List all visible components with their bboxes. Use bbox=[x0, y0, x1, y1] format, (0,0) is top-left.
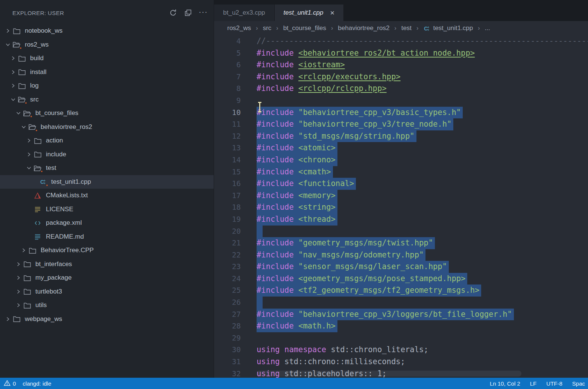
tree-item-turtlebot3[interactable]: turtlebot3 bbox=[0, 285, 214, 299]
code-line-text: #include <cmath> bbox=[257, 166, 333, 178]
explorer-title[interactable]: EXPLORER: USER bbox=[12, 10, 64, 16]
tree-item-README.md[interactable]: README.md bbox=[0, 230, 214, 244]
code-line-23: 23#include "sensor_msgs/msg/laser_scan.h… bbox=[214, 261, 588, 273]
horizontal-scrollbar[interactable] bbox=[257, 371, 521, 377]
code-line-20: 20 bbox=[214, 226, 588, 238]
tree-item-behaviortree_ros2[interactable]: behaviortree_ros2 bbox=[0, 120, 214, 134]
tree-item-label: test_unit1.cpp bbox=[51, 178, 91, 186]
code-line-text: #include "behaviortree_cpp_v3/loggers/bt… bbox=[257, 309, 514, 321]
tree-item-utils[interactable]: utils bbox=[0, 298, 214, 312]
git-modified-dot bbox=[19, 47, 22, 50]
line-number: 8 bbox=[214, 83, 241, 95]
code-token: #include bbox=[257, 167, 294, 176]
tree-item-src[interactable]: src bbox=[0, 93, 214, 107]
code-token bbox=[294, 132, 298, 141]
line-number: 15 bbox=[214, 166, 241, 178]
code-line-text: #include <tf2_geometry_msgs/tf2_geometry… bbox=[257, 285, 481, 297]
code-token bbox=[294, 191, 298, 200]
breadcrumb-item[interactable]: test_unit1.cpp bbox=[433, 24, 473, 32]
tree-item-BehaviorTree.CPP[interactable]: BehaviorTree.CPP bbox=[0, 244, 214, 257]
breadcrumb-item[interactable]: src bbox=[263, 24, 272, 32]
chevron-right-icon bbox=[4, 28, 12, 34]
breadcrumb-separator: › bbox=[276, 25, 278, 32]
code-token bbox=[294, 60, 298, 69]
eol-indicator[interactable]: LF bbox=[530, 380, 537, 387]
tree-item-label: my_package bbox=[35, 274, 71, 282]
tree-item-bt_interfaces[interactable]: bt_interfaces bbox=[0, 257, 214, 271]
chevron-down-icon bbox=[4, 42, 12, 48]
tree-item-ros2_ws[interactable]: ros2_ws bbox=[0, 38, 214, 52]
code-line-22: 22#include "nav_msgs/msg/odometry.hpp" bbox=[214, 249, 588, 261]
tree-item-label: action bbox=[46, 137, 63, 144]
line-number: 23 bbox=[214, 261, 241, 273]
code-token: #include bbox=[257, 155, 294, 164]
line-number: 20 bbox=[214, 226, 241, 238]
line-number: 18 bbox=[214, 201, 241, 213]
breadcrumb-item[interactable]: test bbox=[401, 24, 412, 32]
code-token: <rclcpp/executors.hpp> bbox=[298, 72, 401, 81]
code-line-text: #include <atomic> bbox=[257, 142, 337, 154]
code-token: using bbox=[257, 357, 280, 366]
tree-item-notebook_ws[interactable]: notebook_ws bbox=[0, 24, 214, 38]
tab-test_unit1.cpp[interactable]: test_unit1.cpp× bbox=[275, 5, 344, 21]
code-editor[interactable]: 4//-------------------------------------… bbox=[214, 35, 588, 378]
line-number: 24 bbox=[214, 273, 241, 285]
code-token: #include bbox=[257, 179, 294, 188]
tree-item-LICENSE[interactable]: LICENSE bbox=[0, 203, 214, 216]
tab-bt_u2_ex3.cpp[interactable]: bt_u2_ex3.cpp bbox=[214, 5, 275, 21]
editor-area: bt_u2_ex3.cpptest_unit1.cpp× ros2_ws›src… bbox=[214, 0, 588, 378]
collapse-folders-icon[interactable] bbox=[183, 8, 193, 18]
refresh-icon[interactable] bbox=[168, 8, 178, 18]
folder-icon bbox=[17, 68, 26, 76]
folder-open-icon bbox=[33, 164, 42, 172]
folder-icon bbox=[23, 274, 32, 282]
tree-item-log[interactable]: log bbox=[0, 79, 214, 93]
breadcrumb-item[interactable]: bt_course_files bbox=[283, 24, 326, 32]
tree-item-action[interactable]: action bbox=[0, 134, 214, 148]
breadcrumb: ros2_ws›src›bt_course_files›behaviortree… bbox=[214, 21, 588, 35]
tree-item-test[interactable]: test bbox=[0, 161, 214, 175]
code-line-text bbox=[257, 297, 263, 309]
breadcrumb-item[interactable]: behaviortree_ros2 bbox=[338, 24, 389, 32]
folder-open-icon bbox=[12, 41, 21, 48]
code-line-11: 11#include "behaviortree_cpp_v3/tree_nod… bbox=[214, 118, 588, 130]
tree-item-CMakeLists.txt[interactable]: CMakeLists.txt bbox=[0, 189, 214, 203]
code-token bbox=[294, 167, 298, 176]
cursor-position[interactable]: Ln 10, Col 2 bbox=[490, 380, 520, 387]
code-token bbox=[294, 155, 298, 164]
folder-icon bbox=[33, 151, 42, 158]
breadcrumb-item[interactable]: ros2_ws bbox=[227, 24, 251, 32]
line-number: 11 bbox=[214, 118, 241, 130]
folder-icon bbox=[17, 82, 26, 89]
code-token: #include bbox=[257, 238, 294, 247]
problems-indicator[interactable]: 0 bbox=[4, 380, 16, 387]
tree-item-bt_course_files[interactable]: bt_course_files bbox=[0, 106, 214, 120]
code-token: #include bbox=[257, 215, 294, 224]
tree-item-webpage_ws[interactable]: webpage_ws bbox=[0, 312, 214, 326]
code-token: <atomic> bbox=[298, 143, 336, 152]
tree-item-label: behaviortree_ros2 bbox=[41, 123, 92, 131]
cmake-file-icon bbox=[33, 192, 42, 199]
code-token bbox=[294, 262, 298, 271]
language-server-status[interactable]: clangd: idle bbox=[23, 380, 51, 387]
tree-item-label: BehaviorTree.CPP bbox=[41, 247, 94, 254]
code-token: #include bbox=[257, 203, 294, 212]
tree-item-package.xml[interactable]: package.xml bbox=[0, 216, 214, 230]
markdown-file-icon bbox=[33, 233, 42, 241]
indentation-indicator[interactable]: Spac bbox=[572, 380, 585, 387]
breadcrumb-overflow[interactable]: ... bbox=[485, 24, 490, 32]
tree-item-install[interactable]: install bbox=[0, 65, 214, 79]
code-token: <cmath> bbox=[298, 167, 331, 176]
line-number: 6 bbox=[214, 59, 241, 71]
tree-item-label: webpage_ws bbox=[25, 315, 62, 323]
tree-item-my_package[interactable]: my_package bbox=[0, 271, 214, 285]
breadcrumb-separator: › bbox=[478, 25, 480, 32]
folder-open-icon bbox=[23, 109, 32, 117]
main-area: EXPLORER: USER ··· notebook_wsros2_wsbui… bbox=[0, 0, 588, 378]
tree-item-test_unit1.cpp[interactable]: C++test_unit1.cpp bbox=[0, 175, 214, 189]
tree-item-build[interactable]: build bbox=[0, 51, 214, 65]
tree-item-include[interactable]: include bbox=[0, 148, 214, 162]
encoding-indicator[interactable]: UTF-8 bbox=[546, 380, 562, 387]
close-icon[interactable]: × bbox=[330, 9, 334, 17]
more-actions-icon[interactable]: ··· bbox=[198, 8, 208, 18]
